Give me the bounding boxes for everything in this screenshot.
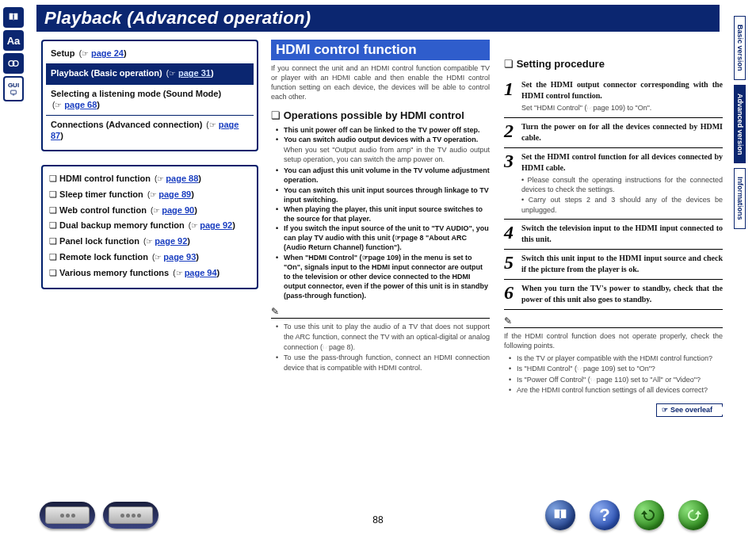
nav-box: Setup (☞page 24) Playback (Basic operati… bbox=[41, 40, 258, 151]
pencil-icon: ✎ bbox=[271, 307, 490, 319]
tip: To use this unit to play the audio of a … bbox=[279, 322, 490, 353]
prev-page-button[interactable] bbox=[634, 500, 664, 530]
page-number: 88 bbox=[372, 514, 383, 525]
nav-basic-label: Playback (Basic operation) bbox=[51, 68, 162, 78]
ops-item: When "HDMI Control" (☞page 109) in the m… bbox=[279, 253, 490, 301]
ops-item: You can adjust this unit volume in the T… bbox=[279, 166, 490, 185]
nav-basic-link[interactable]: page 31 bbox=[178, 68, 211, 78]
ops-item: This unit power off can be linked to the… bbox=[279, 125, 490, 135]
left-icon-rail: Aa GUI bbox=[3, 5, 27, 104]
feature-row[interactable]: Sleep timer function (☞page 89) bbox=[49, 187, 250, 203]
step: 4Switch the television input to the HDMI… bbox=[504, 220, 723, 250]
feature-row[interactable]: Web control function (☞page 90) bbox=[49, 203, 250, 219]
svg-rect-2 bbox=[11, 90, 17, 94]
step: 5Switch this unit input to the HDMI inpu… bbox=[504, 250, 723, 280]
feature-row[interactable]: Remote lock function (☞page 93) bbox=[49, 250, 250, 266]
help-button[interactable]: ? bbox=[590, 500, 620, 530]
nav-setup-label: Setup bbox=[51, 48, 75, 58]
feature-row[interactable]: Various memory functions (☞page 94) bbox=[49, 266, 250, 281]
ops-list: This unit power off can be linked to the… bbox=[271, 125, 490, 301]
hdmi-tips: To use this unit to play the audio of a … bbox=[279, 322, 490, 373]
step: 2Turn the power on for all the devices c… bbox=[504, 118, 723, 148]
step: 6When you turn the TV's power to standby… bbox=[504, 280, 723, 310]
col-hdmi: HDMI control function If you connect the… bbox=[271, 40, 490, 374]
trouble-item: Are the HDMI control function settings o… bbox=[512, 385, 723, 396]
aa-icon[interactable]: Aa bbox=[3, 30, 24, 51]
trouble-item: Is the TV or player compatible with the … bbox=[512, 353, 723, 364]
next-page-button[interactable] bbox=[678, 500, 708, 530]
side-tabs: Basic version Advanced version Informati… bbox=[734, 16, 748, 234]
ops-item: When playing the player, this unit input… bbox=[279, 204, 490, 224]
tab-basic[interactable]: Basic version bbox=[734, 16, 746, 80]
nav-connections[interactable]: Connections (Advanced connection) (☞page… bbox=[46, 115, 254, 147]
tab-info[interactable]: Informations bbox=[734, 168, 746, 229]
trouble-item: Is "HDMI Control" (☞page 109) set to "On… bbox=[512, 364, 723, 374]
nav-sound-mode[interactable]: Selecting a listening mode (Sound Mode) … bbox=[46, 84, 254, 116]
pager-buttons: ? bbox=[545, 500, 708, 530]
device-buttons bbox=[40, 502, 158, 529]
book-icon[interactable] bbox=[3, 7, 24, 28]
setting-heading: Setting procedure bbox=[504, 57, 723, 71]
feature-box: HDMI control function (☞page 88) Sleep t… bbox=[41, 165, 258, 289]
device-rear-button[interactable] bbox=[103, 502, 158, 529]
ops-item: If you switch the input source of the un… bbox=[279, 224, 490, 252]
nav-setup[interactable]: Setup (☞page 24) bbox=[46, 44, 254, 63]
ops-heading: Operations possible by HDMI control bbox=[271, 109, 490, 123]
ops-item: You can switch this unit input sources t… bbox=[279, 185, 490, 204]
tab-advanced[interactable]: Advanced version bbox=[734, 85, 746, 164]
ops-item: You can switch audio output devices with… bbox=[279, 135, 490, 164]
see-overleaf-button[interactable]: ☞ See overleaf bbox=[656, 403, 723, 417]
feature-row[interactable]: HDMI control function (☞page 88) bbox=[49, 171, 250, 187]
hdmi-heading: HDMI control function bbox=[271, 40, 490, 60]
nav-sound-link[interactable]: page 68 bbox=[64, 100, 97, 109]
nav-basic-playback[interactable]: Playback (Basic operation) (☞page 31) bbox=[46, 63, 254, 83]
pencil-icon: ✎ bbox=[504, 316, 723, 328]
device-front-button[interactable] bbox=[40, 502, 95, 529]
nav-setup-link[interactable]: page 24 bbox=[91, 48, 124, 58]
steps-list: 1Set the HDMI output connector correspon… bbox=[504, 76, 723, 310]
feature-row[interactable]: Dual backup memory function (☞page 92) bbox=[49, 218, 250, 234]
trouble-intro: If the HDMI control function does not op… bbox=[504, 331, 723, 350]
rings-icon[interactable] bbox=[3, 53, 24, 74]
nav-sound-label: Selecting a listening mode (Sound Mode) bbox=[51, 89, 221, 98]
tip: To use the pass-through function, connec… bbox=[279, 353, 490, 373]
trouble-item: Is "Power Off Control" (☞page 110) set t… bbox=[512, 375, 723, 385]
svg-rect-3 bbox=[13, 94, 15, 95]
col-setting: Setting procedure 1Set the HDMI output c… bbox=[504, 40, 723, 417]
step: 1Set the HDMI output connector correspon… bbox=[504, 76, 723, 118]
nav-conn-label: Connections (Advanced connection) bbox=[51, 120, 202, 129]
hdmi-intro: If you connect the unit and an HDMI cont… bbox=[271, 63, 490, 102]
page-title: Playback (Advanced operation) bbox=[36, 5, 720, 32]
trouble-list: Is the TV or player compatible with the … bbox=[512, 353, 723, 395]
feature-row[interactable]: Panel lock function (☞page 92) bbox=[49, 234, 250, 250]
step: 3Set the HDMI control function for all d… bbox=[504, 148, 723, 220]
gui-icon[interactable]: GUI bbox=[3, 76, 24, 101]
toc-button[interactable] bbox=[545, 500, 575, 530]
